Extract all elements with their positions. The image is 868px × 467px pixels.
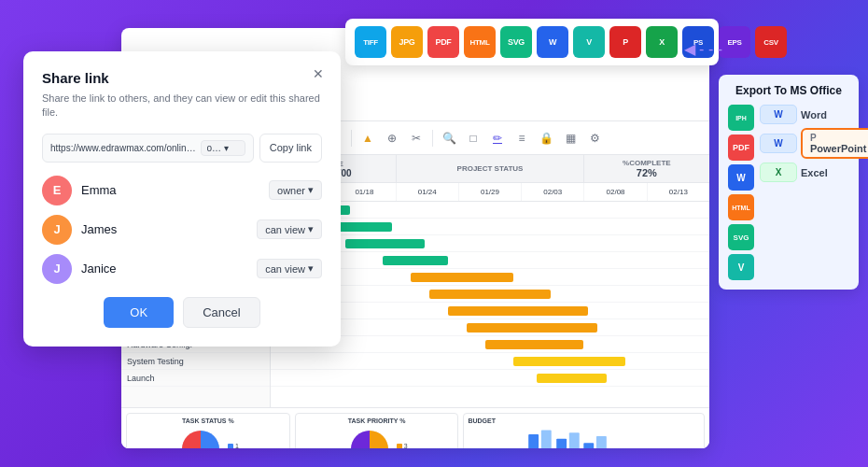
bar-row-10 xyxy=(271,353,709,370)
svg-rect-2 xyxy=(529,434,539,448)
format-html[interactable]: HTML xyxy=(464,26,496,58)
role-james[interactable]: can view ▾ xyxy=(257,219,322,239)
ok-button[interactable]: OK xyxy=(104,297,174,328)
link-row: https://www.edrawmax.com/online/fil owne… xyxy=(42,134,322,163)
side-icon-pdf[interactable]: PDF xyxy=(728,134,754,161)
complete-col: %COMPLETE 72% xyxy=(584,155,709,182)
svg-rect-6 xyxy=(584,443,595,448)
role-emma[interactable]: owner ▾ xyxy=(269,180,322,200)
export-excel-row: X Excel xyxy=(760,163,868,182)
svg-rect-3 xyxy=(541,431,552,448)
tool-frame[interactable]: □ xyxy=(463,128,483,149)
tool-lock[interactable]: 🔒 xyxy=(536,128,556,149)
bar-9 xyxy=(485,340,583,349)
format-jpg[interactable]: JPG xyxy=(391,26,423,58)
tool-fill[interactable]: ▲ xyxy=(357,128,378,149)
excel-label: Excel xyxy=(801,167,828,178)
tool-zoom[interactable]: 🔍 xyxy=(439,128,459,149)
word-icon[interactable]: W xyxy=(760,105,797,124)
user-name-janice: Janice xyxy=(81,262,257,276)
user-name-emma: Emma xyxy=(81,183,269,197)
budget-chart: BUDGET ACTUAL xyxy=(463,413,705,448)
owner-badge[interactable]: owner ▾ xyxy=(201,140,245,156)
arrow-connector: ◀ - - - xyxy=(684,40,722,58)
role-janice[interactable]: can view ▾ xyxy=(257,259,322,278)
task-priority-chart: TASK PRIORITY % 3 0 xyxy=(295,413,459,448)
dialog-close-button[interactable]: ✕ xyxy=(309,64,328,83)
tool-pen[interactable]: ✏ xyxy=(487,128,508,149)
user-row-3: J Janice can view ▾ xyxy=(42,254,322,284)
tool-list[interactable]: ≡ xyxy=(511,128,532,149)
user-row-1: E Emma owner ▾ xyxy=(42,176,322,205)
bar-6 xyxy=(429,290,551,299)
bar-7 xyxy=(448,306,588,316)
export-format-bar: TIFF JPG PDF HTML SVG W V P X PS EPS CSV xyxy=(345,19,719,65)
format-excel[interactable]: X xyxy=(646,26,678,58)
side-icon-html[interactable]: HTML xyxy=(728,194,754,220)
svg-rect-5 xyxy=(569,432,580,448)
export-panel-content: IPH PDF W HTML SVG V W Word W P PowerPoi… xyxy=(728,105,849,280)
export-side-icons: IPH PDF W HTML SVG V xyxy=(728,105,754,280)
project-status-col: PROJECT STATUS xyxy=(397,155,583,182)
user-name-james: James xyxy=(81,222,257,236)
avatar-emma: E xyxy=(42,176,72,205)
bar-10 xyxy=(513,357,625,366)
link-input-field[interactable]: https://www.edrawmax.com/online/fil owne… xyxy=(42,134,254,163)
divider1 xyxy=(351,130,352,147)
bar-11 xyxy=(537,374,607,383)
export-ppt-row: W P PowerPoint xyxy=(760,128,868,159)
side-icon-w[interactable]: W xyxy=(728,164,754,191)
tool-settings[interactable]: ⚙ xyxy=(584,128,605,149)
format-csv[interactable]: CSV xyxy=(755,26,787,58)
format-svg[interactable]: SVG xyxy=(500,26,532,58)
word-label: Word xyxy=(801,109,827,120)
tool-cut[interactable]: ✂ xyxy=(406,128,427,149)
task-label-11: Launch xyxy=(121,370,270,387)
export-options: W Word W P PowerPoint X Excel xyxy=(760,105,868,182)
task-label-10: System Testing xyxy=(121,353,270,370)
format-ppt[interactable]: P xyxy=(609,26,641,58)
bar-4 xyxy=(383,256,448,265)
bottom-charts: TASK STATUS % 1 2 TASK PRIORITY % xyxy=(121,407,709,448)
export-word-row: W Word xyxy=(760,105,868,124)
side-icon-iph[interactable]: IPH xyxy=(728,105,754,131)
bar-3 xyxy=(345,239,425,248)
tool-link[interactable]: ⊕ xyxy=(382,128,402,149)
ppt-icon[interactable]: W xyxy=(760,134,797,153)
task-status-pie xyxy=(177,426,224,448)
copy-link-button[interactable]: Copy link xyxy=(259,134,322,163)
user-row-2: J James can view ▾ xyxy=(42,215,322,245)
task-priority-pie xyxy=(346,426,393,448)
excel-icon[interactable]: X xyxy=(760,163,797,182)
avatar-james: J xyxy=(42,215,72,245)
avatar-janice: J xyxy=(42,254,72,284)
bar-8 xyxy=(467,323,597,333)
dialog-subtitle: Share the link to others, and they can v… xyxy=(42,92,322,120)
dialog-actions: OK Cancel xyxy=(42,297,322,328)
format-visio[interactable]: V xyxy=(573,26,605,58)
svg-rect-7 xyxy=(596,436,607,448)
tool-table[interactable]: ▦ xyxy=(560,128,581,149)
bar-row-11 xyxy=(271,370,709,387)
bar-5 xyxy=(411,273,513,282)
side-icon-svg[interactable]: SVG xyxy=(728,224,754,250)
side-icon-v[interactable]: V xyxy=(728,254,754,280)
budget-bars: ACTUAL xyxy=(468,426,700,448)
format-tiff[interactable]: TIFF xyxy=(355,26,386,58)
format-word[interactable]: W xyxy=(537,26,568,58)
format-pdf[interactable]: PDF xyxy=(427,26,459,58)
svg-rect-4 xyxy=(557,439,567,448)
cancel-button[interactable]: Cancel xyxy=(183,297,259,328)
divider2 xyxy=(432,130,433,147)
task-status-chart: TASK STATUS % 1 2 xyxy=(126,413,290,448)
export-panel-title: Export To MS Office xyxy=(728,84,849,97)
share-dialog: Share link Share the link to others, and… xyxy=(23,51,341,347)
export-panel: Export To MS Office IPH PDF W HTML SVG V… xyxy=(719,75,859,290)
dialog-title: Share link xyxy=(42,70,322,86)
powerpoint-option[interactable]: P PowerPoint xyxy=(801,128,868,159)
format-eps[interactable]: EPS xyxy=(719,26,750,58)
